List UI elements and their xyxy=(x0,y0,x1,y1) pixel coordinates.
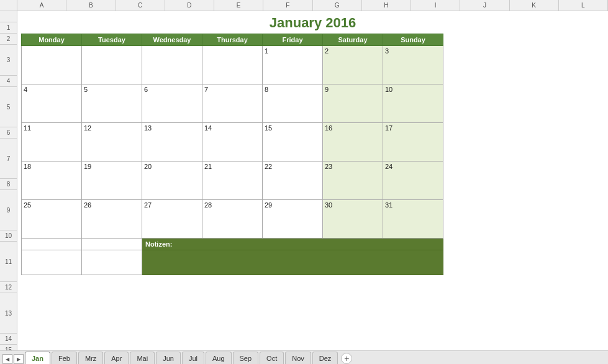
sheet-tabs-bar: ◀ ▶ Jan Feb Mrz Apr Mai Jun Jul Aug Sep … xyxy=(0,350,608,364)
col-g: G xyxy=(313,0,362,11)
day-cell-31[interactable]: 31 xyxy=(383,200,443,239)
day-cell-10[interactable]: 10 xyxy=(383,84,443,123)
row-num-3: 3 xyxy=(0,45,17,76)
day-cell-26[interactable]: 26 xyxy=(82,200,142,239)
day-cell-7[interactable]: 7 xyxy=(202,84,263,123)
day-cell-16[interactable]: 16 xyxy=(323,123,383,162)
sheet-tab-mrz[interactable]: Mrz xyxy=(78,352,103,364)
row-num-13: 13 xyxy=(0,293,17,334)
header-thursday: Thursday xyxy=(202,34,263,46)
col-b: B xyxy=(66,0,116,11)
col-d: D xyxy=(165,0,214,11)
header-saturday: Saturday xyxy=(323,34,383,46)
notes-row: Notizen: xyxy=(22,239,443,250)
calendar-title: January 2016 xyxy=(21,15,604,31)
sheet-nav-next[interactable]: ▶ xyxy=(14,354,24,364)
row-num-7: 7 xyxy=(0,139,17,179)
header-sunday: Sunday xyxy=(383,34,443,46)
column-header-row: A B C D E F G H I J K L xyxy=(0,0,608,11)
sheet-tab-apr[interactable]: Apr xyxy=(104,352,129,364)
day-cell-5[interactable]: 5 xyxy=(82,84,142,123)
row-num-8: 8 xyxy=(0,179,17,190)
notes-content-cell[interactable] xyxy=(142,250,443,275)
col-e: E xyxy=(214,0,263,11)
col-j: J xyxy=(460,0,509,11)
calendar-area: January 2016 Monday Tuesday Wednesday Th… xyxy=(17,11,608,350)
day-cell-12[interactable]: 12 xyxy=(82,123,142,162)
row-num-15: 15 xyxy=(0,345,17,350)
col-k: K xyxy=(510,0,559,11)
notes-content-row xyxy=(22,250,443,275)
day-cell-8[interactable]: 8 xyxy=(263,84,323,123)
day-cell[interactable] xyxy=(202,46,263,84)
day-cell-13[interactable]: 13 xyxy=(142,123,202,162)
day-cell-25[interactable]: 25 xyxy=(22,200,82,239)
day-cell-27[interactable]: 27 xyxy=(142,200,202,239)
day-cell-15[interactable]: 15 xyxy=(263,123,323,162)
header-monday: Monday xyxy=(22,34,82,46)
sheet-tab-mai[interactable]: Mai xyxy=(130,352,155,364)
row-num-12: 12 xyxy=(0,282,17,293)
row-num-4: 4 xyxy=(0,76,17,87)
notes-empty-4 xyxy=(82,250,142,275)
sheet-tab-jul[interactable]: Jul xyxy=(182,352,204,364)
row-num-10: 10 xyxy=(0,230,17,242)
sheet-tab-oct[interactable]: Oct xyxy=(260,352,284,364)
sheet-tab-jun[interactable]: Jun xyxy=(156,352,181,364)
add-sheet-button[interactable]: + xyxy=(341,353,352,364)
col-f: F xyxy=(263,0,312,11)
day-cell-6[interactable]: 6 xyxy=(142,84,202,123)
row-num-11: 11 xyxy=(0,242,17,282)
sheet-tab-aug[interactable]: Aug xyxy=(206,352,232,364)
day-cell-20[interactable]: 20 xyxy=(142,162,202,200)
row-num-1: 1 xyxy=(0,22,17,34)
day-cell[interactable] xyxy=(82,46,142,84)
col-a: A xyxy=(17,0,66,11)
calendar-week-3: 11 12 13 14 15 16 17 xyxy=(22,123,443,162)
row-num-2: 2 xyxy=(0,34,17,45)
corner-cell xyxy=(0,0,17,11)
calendar-table: Monday Tuesday Wednesday Thursday Friday… xyxy=(21,34,443,275)
sheet-tab-feb[interactable]: Feb xyxy=(52,352,77,364)
day-cell-22[interactable]: 22 xyxy=(263,162,323,200)
row-num-6: 6 xyxy=(0,127,17,139)
day-cell-30[interactable]: 30 xyxy=(323,200,383,239)
day-cell-14[interactable]: 14 xyxy=(202,123,263,162)
day-cell-23[interactable]: 23 xyxy=(323,162,383,200)
sheet-tab-jan[interactable]: Jan xyxy=(25,352,50,364)
calendar-week-1: 1 2 3 xyxy=(22,46,443,84)
day-cell-29[interactable]: 29 xyxy=(263,200,323,239)
day-cell-11[interactable]: 11 xyxy=(22,123,82,162)
day-cell[interactable] xyxy=(142,46,202,84)
day-cell-2[interactable]: 2 xyxy=(323,46,383,84)
day-cell-17[interactable]: 17 xyxy=(383,123,443,162)
day-cell-9[interactable]: 9 xyxy=(323,84,383,123)
calendar-week-5: 25 26 27 28 29 30 31 xyxy=(22,200,443,239)
sheet-nav-prev[interactable]: ◀ xyxy=(2,354,12,364)
calendar-week-2: 4 5 6 7 8 9 10 xyxy=(22,84,443,123)
notes-label-cell[interactable]: Notizen: xyxy=(142,239,443,250)
calendar-week-4: 18 19 20 21 22 23 24 xyxy=(22,162,443,200)
sheet-tab-nov[interactable]: Nov xyxy=(285,352,311,364)
sheet-tab-dez[interactable]: Dez xyxy=(312,352,338,364)
col-h: H xyxy=(362,0,411,11)
day-cell-24[interactable]: 24 xyxy=(383,162,443,200)
header-wednesday: Wednesday xyxy=(142,34,202,46)
row-num-5: 5 xyxy=(0,87,17,127)
notes-empty-2 xyxy=(82,239,142,250)
day-cell-21[interactable]: 21 xyxy=(202,162,263,200)
day-cell-28[interactable]: 28 xyxy=(202,200,263,239)
col-c: C xyxy=(116,0,165,11)
row-num-blank xyxy=(0,11,17,22)
notes-empty-3 xyxy=(22,250,82,275)
day-cell-18[interactable]: 18 xyxy=(22,162,82,200)
day-cell-4[interactable]: 4 xyxy=(22,84,82,123)
sheet-tab-sep[interactable]: Sep xyxy=(233,352,259,364)
calendar-header-row: Monday Tuesday Wednesday Thursday Friday… xyxy=(22,34,443,46)
day-cell-3[interactable]: 3 xyxy=(383,46,443,84)
col-i: I xyxy=(411,0,460,11)
day-cell[interactable] xyxy=(22,46,82,84)
row-num-9: 9 xyxy=(0,190,17,230)
day-cell-19[interactable]: 19 xyxy=(82,162,142,200)
day-cell-1[interactable]: 1 xyxy=(263,46,323,84)
